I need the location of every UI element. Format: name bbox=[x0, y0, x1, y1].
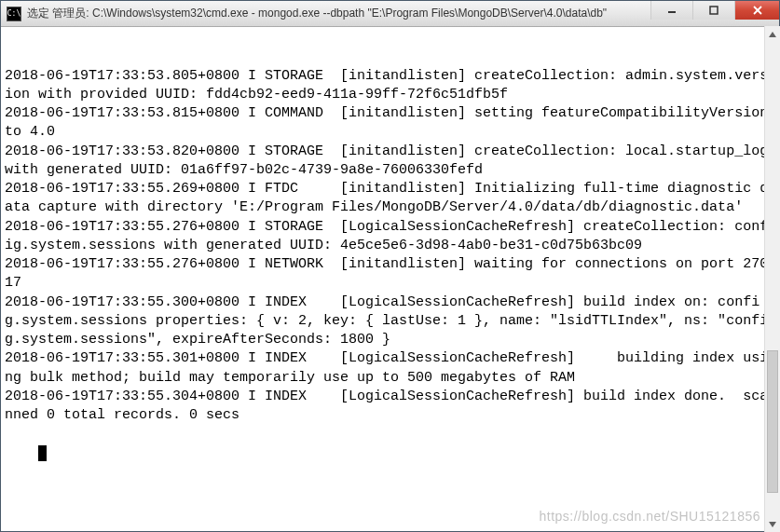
vertical-scrollbar[interactable] bbox=[764, 26, 780, 532]
svg-marker-4 bbox=[769, 32, 776, 37]
maximize-button[interactable] bbox=[692, 1, 734, 20]
close-icon bbox=[753, 6, 762, 15]
svg-marker-5 bbox=[769, 522, 776, 527]
minimize-button[interactable] bbox=[650, 1, 692, 20]
maximize-icon bbox=[709, 6, 718, 15]
scrollbar-thumb[interactable] bbox=[767, 350, 778, 493]
window-controls bbox=[650, 1, 779, 26]
cmd-icon: C:\ bbox=[7, 7, 21, 21]
titlebar[interactable]: C:\ 选定 管理员: C:\Windows\system32\cmd.exe … bbox=[1, 1, 779, 27]
scroll-down-button[interactable] bbox=[765, 516, 780, 532]
watermark-text: https://blog.csdn.net/SHU15121856 bbox=[539, 508, 760, 525]
scroll-up-button[interactable] bbox=[765, 26, 780, 42]
close-button[interactable] bbox=[734, 1, 779, 20]
scrollbar-track[interactable] bbox=[765, 42, 780, 516]
text-cursor bbox=[38, 445, 47, 461]
minimize-icon bbox=[667, 6, 677, 15]
window-title: 选定 管理员: C:\Windows\system32\cmd.exe - mo… bbox=[27, 6, 650, 21]
chevron-down-icon bbox=[769, 522, 776, 527]
terminal-window: C:\ 选定 管理员: C:\Windows\system32\cmd.exe … bbox=[0, 0, 780, 532]
chevron-up-icon bbox=[769, 32, 776, 37]
console-output[interactable]: 2018-06-19T17:33:53.805+0800 I STORAGE [… bbox=[1, 27, 779, 531]
svg-rect-1 bbox=[710, 7, 718, 14]
